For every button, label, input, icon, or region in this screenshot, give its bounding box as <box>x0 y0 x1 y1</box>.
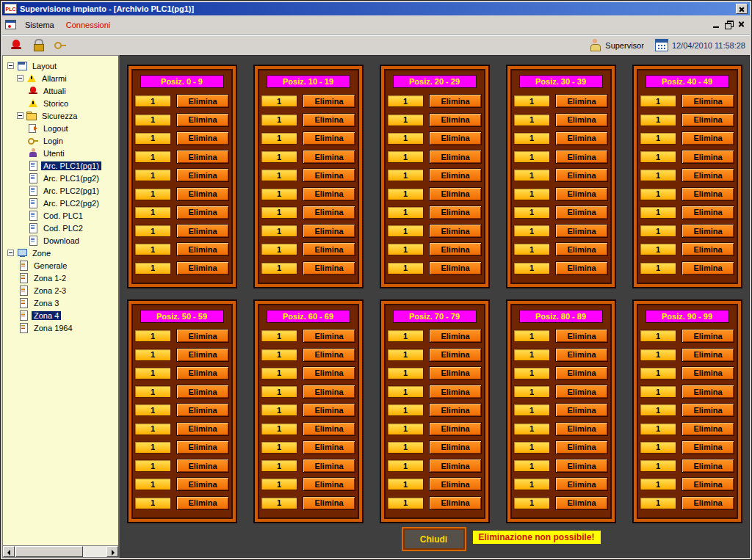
position-value-field[interactable]: 1 <box>261 497 297 509</box>
elimina-button[interactable]: Elimina <box>176 422 229 436</box>
elimina-button[interactable]: Elimina <box>555 366 608 380</box>
elimina-button[interactable]: Elimina <box>682 261 734 275</box>
position-value-field[interactable]: 1 <box>261 225 297 237</box>
position-value-field[interactable]: 1 <box>640 459 676 472</box>
elimina-button[interactable]: Elimina <box>303 94 355 108</box>
tree-item-zona-1-2[interactable]: Zona 1-2 <box>4 272 117 284</box>
elimina-button[interactable]: Elimina <box>176 187 229 201</box>
position-value-field[interactable]: 1 <box>513 206 550 219</box>
position-value-field[interactable]: 1 <box>134 385 171 398</box>
position-value-field[interactable]: 1 <box>134 478 171 490</box>
position-value-field[interactable]: 1 <box>387 262 424 274</box>
elimina-button[interactable]: Elimina <box>176 477 229 491</box>
elimina-button[interactable]: Elimina <box>303 329 355 343</box>
elimina-button[interactable]: Elimina <box>303 261 355 275</box>
elimina-button[interactable]: Elimina <box>303 224 355 238</box>
position-value-field[interactable]: 1 <box>640 404 676 416</box>
position-value-field[interactable]: 1 <box>640 206 676 219</box>
mdi-restore-button[interactable] <box>723 20 734 29</box>
tree-item-storico[interactable]: Storico <box>4 97 117 109</box>
elimina-button[interactable]: Elimina <box>176 329 229 343</box>
expander-icon[interactable] <box>17 75 24 81</box>
position-value-field[interactable]: 1 <box>134 349 171 361</box>
elimina-button[interactable]: Elimina <box>303 366 355 380</box>
position-value-field[interactable]: 1 <box>134 225 171 237</box>
position-value-field[interactable]: 1 <box>640 423 676 435</box>
position-value-field[interactable]: 1 <box>640 262 676 274</box>
elimina-button[interactable]: Elimina <box>682 496 734 510</box>
elimina-button[interactable]: Elimina <box>303 131 355 145</box>
elimina-button[interactable]: Elimina <box>682 348 734 362</box>
position-value-field[interactable]: 1 <box>513 367 550 379</box>
elimina-button[interactable]: Elimina <box>176 168 229 182</box>
elimina-button[interactable]: Elimina <box>555 329 608 343</box>
elimina-button[interactable]: Elimina <box>682 150 734 164</box>
position-value-field[interactable]: 1 <box>134 367 171 379</box>
elimina-button[interactable]: Elimina <box>176 113 229 127</box>
position-value-field[interactable]: 1 <box>387 478 424 490</box>
position-value-field[interactable]: 1 <box>640 441 676 454</box>
elimina-button[interactable]: Elimina <box>303 422 355 436</box>
elimina-button[interactable]: Elimina <box>429 224 482 238</box>
position-value-field[interactable]: 1 <box>387 150 424 163</box>
position-value-field[interactable]: 1 <box>261 367 297 379</box>
elimina-button[interactable]: Elimina <box>555 477 608 491</box>
scroll-left-button[interactable] <box>3 546 15 557</box>
position-value-field[interactable]: 1 <box>261 243 297 255</box>
position-value-field[interactable]: 1 <box>640 330 676 342</box>
position-value-field[interactable]: 1 <box>261 459 297 472</box>
elimina-button[interactable]: Elimina <box>176 496 229 510</box>
position-value-field[interactable]: 1 <box>261 188 297 200</box>
position-value-field[interactable]: 1 <box>134 441 171 454</box>
position-value-field[interactable]: 1 <box>134 497 171 509</box>
elimina-button[interactable]: Elimina <box>555 187 608 201</box>
elimina-button[interactable]: Elimina <box>682 94 734 108</box>
elimina-button[interactable]: Elimina <box>429 242 482 256</box>
scrollbar-track[interactable] <box>15 546 106 557</box>
elimina-button[interactable]: Elimina <box>429 94 482 108</box>
tree-item-download[interactable]: Download <box>4 234 117 247</box>
elimina-button[interactable]: Elimina <box>555 440 608 454</box>
position-value-field[interactable]: 1 <box>261 385 297 398</box>
elimina-button[interactable]: Elimina <box>682 224 734 238</box>
position-value-field[interactable]: 1 <box>513 132 550 145</box>
elimina-button[interactable]: Elimina <box>303 348 355 362</box>
elimina-button[interactable]: Elimina <box>429 459 482 473</box>
position-value-field[interactable]: 1 <box>640 385 676 398</box>
position-value-field[interactable]: 1 <box>261 132 297 145</box>
elimina-button[interactable]: Elimina <box>176 242 229 256</box>
elimina-button[interactable]: Elimina <box>176 440 229 454</box>
elimina-button[interactable]: Elimina <box>555 150 608 164</box>
elimina-button[interactable]: Elimina <box>682 206 734 219</box>
elimina-button[interactable]: Elimina <box>682 440 734 454</box>
elimina-button[interactable]: Elimina <box>303 187 355 201</box>
position-value-field[interactable]: 1 <box>513 459 550 472</box>
elimina-button[interactable]: Elimina <box>555 94 608 108</box>
elimina-button[interactable]: Elimina <box>176 348 229 362</box>
elimina-button[interactable]: Elimina <box>555 168 608 182</box>
tree-item-zona-2-3[interactable]: Zona 2-3 <box>4 284 117 297</box>
elimina-button[interactable]: Elimina <box>429 348 482 362</box>
position-value-field[interactable]: 1 <box>640 132 676 145</box>
lock-toolbar-button[interactable] <box>29 37 48 54</box>
elimina-button[interactable]: Elimina <box>303 385 355 399</box>
position-value-field[interactable]: 1 <box>640 150 676 163</box>
scroll-right-button[interactable] <box>106 546 118 557</box>
elimina-button[interactable]: Elimina <box>682 366 734 380</box>
position-value-field[interactable]: 1 <box>640 478 676 490</box>
elimina-button[interactable]: Elimina <box>555 403 608 417</box>
elimina-button[interactable]: Elimina <box>429 113 482 127</box>
position-value-field[interactable]: 1 <box>387 243 424 255</box>
elimina-button[interactable]: Elimina <box>682 329 734 343</box>
elimina-button[interactable]: Elimina <box>303 150 355 164</box>
elimina-button[interactable]: Elimina <box>303 403 355 417</box>
position-value-field[interactable]: 1 <box>513 243 550 255</box>
elimina-button[interactable]: Elimina <box>555 348 608 362</box>
position-value-field[interactable]: 1 <box>513 441 550 454</box>
position-value-field[interactable]: 1 <box>387 169 424 181</box>
position-value-field[interactable]: 1 <box>513 349 550 361</box>
elimina-button[interactable]: Elimina <box>303 206 355 219</box>
expander-icon[interactable] <box>7 250 14 256</box>
position-value-field[interactable]: 1 <box>513 150 550 163</box>
position-value-field[interactable]: 1 <box>513 114 550 126</box>
